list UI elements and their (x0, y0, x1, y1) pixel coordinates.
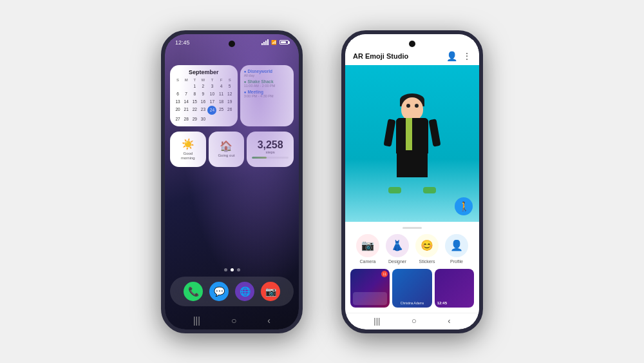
good-morning-widget[interactable]: ☀️ Goodmorning (170, 132, 206, 167)
camera-menu-icon: 📷 (356, 234, 379, 257)
avatar-figure (383, 93, 441, 193)
avatar-pants (397, 150, 428, 177)
right-phone-screen: AR Emoji Studio 👤 ⋮ (345, 34, 479, 329)
nav-back-button-right[interactable]: ‹ (448, 316, 450, 326)
left-phone-screen: 12:45 📶 September S M T W T (165, 34, 299, 329)
avatar-eye (406, 104, 410, 108)
sun-icon: ☀️ (182, 138, 194, 150)
sticker-row: 11 Christina Adams 12:45 (345, 269, 479, 310)
sticker-badge: 11 (381, 271, 388, 277)
drag-handle (402, 227, 422, 229)
walk-mode-button[interactable]: 🚶 (455, 197, 473, 215)
ar-bottom-panel: 📷 Camera 👗 Designer 😊 Stickers 👤 Profile (345, 222, 479, 313)
home-icon: 🏠 (220, 140, 232, 152)
avatar-arm-right (428, 119, 440, 146)
sticker-person-name: Christina Adams (395, 301, 429, 305)
avatar-jacket (396, 118, 428, 153)
avatar-shoe-right (423, 187, 436, 193)
ar-menu-camera[interactable]: 📷 Camera (356, 234, 379, 264)
sticker-thumb-2[interactable]: Christina Adams (392, 269, 431, 308)
steps-widget[interactable]: 3,258 steps (247, 132, 294, 167)
nav-home-button[interactable]: ○ (231, 315, 236, 326)
wallpaper-space (165, 170, 299, 268)
steps-bar-fill (252, 157, 267, 159)
ar-app-title: AR Emoji Studio (353, 52, 408, 60)
ar-menu-designer[interactable]: 👗 Designer (386, 234, 409, 264)
sticker-thumb-1[interactable]: 11 (350, 269, 390, 308)
app-dock: 📞 💬 🌐 📷 (170, 277, 294, 306)
ar-menu-icons: 📷 Camera 👗 Designer 😊 Stickers 👤 Profile (345, 234, 479, 264)
navigation-bar: ||| ○ ‹ (165, 311, 299, 329)
avatar-eye (415, 104, 419, 108)
calendar-month: September (174, 69, 234, 75)
event-item: ● Disneyworld All day (244, 69, 290, 77)
wifi-icon: 📶 (271, 40, 277, 45)
messages-app-icon[interactable]: 💬 (209, 282, 229, 301)
avatar-shoe-left (388, 187, 401, 193)
steps-count: 3,258 (258, 140, 283, 150)
event-item: ● Shake Shack 11:00 AM - 2:00 PM (244, 79, 290, 88)
today-date: 24 (207, 106, 216, 115)
nav-recent-button[interactable]: ||| (193, 315, 200, 326)
page-dot (237, 268, 240, 271)
avatar-arm-left (383, 119, 395, 146)
phone-app-icon[interactable]: 📞 (184, 282, 203, 301)
going-out-label: Going out (218, 153, 234, 158)
widgets-row: ☀️ Goodmorning 🏠 Going out 3,258 steps (170, 132, 294, 167)
sticker-time: 12:45 (437, 301, 447, 305)
status-time: 12:45 (175, 39, 190, 46)
stickers-menu-icon: 😊 (415, 234, 439, 257)
front-camera-right (409, 41, 415, 47)
calendar-widget[interactable]: September S M T W T F S 1 2 3 4 5 (170, 65, 238, 126)
ar-person-icon[interactable]: 👤 (446, 51, 457, 61)
events-widget[interactable]: ● Disneyworld All day ● Shake Shack 11:0… (240, 65, 294, 126)
ar-top-bar: AR Emoji Studio 👤 ⋮ (345, 34, 479, 65)
going-out-widget[interactable]: 🏠 Going out (209, 132, 245, 167)
signal-icon (261, 39, 269, 45)
ar-menu-profile[interactable]: 👤 Profile (445, 234, 468, 264)
calendar-events-row: September S M T W T F S 1 2 3 4 5 (170, 65, 294, 126)
steps-progress-bar (252, 157, 289, 159)
ar-top-actions: 👤 ⋮ (446, 51, 471, 61)
nav-back-button[interactable]: ‹ (267, 315, 270, 326)
designer-menu-icon: 👗 (386, 234, 409, 257)
left-phone: 12:45 📶 September S M T W T (161, 30, 303, 333)
navigation-bar-right: ||| ○ ‹ (345, 313, 479, 329)
ar-avatar-area: 🚶 (345, 65, 479, 222)
camera-app-icon[interactable]: 📷 (261, 282, 280, 301)
ar-menu-stickers[interactable]: 😊 Stickers (415, 234, 439, 264)
front-camera (229, 41, 235, 47)
nav-home-button-right[interactable]: ○ (412, 316, 417, 326)
avatar-jacket-detail (396, 118, 428, 153)
browser-app-icon[interactable]: 🌐 (235, 282, 254, 301)
page-dot (224, 268, 227, 271)
page-dots (165, 268, 299, 271)
profile-menu-icon: 👤 (445, 234, 468, 257)
ar-more-icon[interactable]: ⋮ (462, 51, 471, 61)
page-dot-active (231, 268, 234, 271)
event-item: ● Meeting 3:00 PM - 4:30 PM (244, 90, 290, 98)
avatar-head (401, 97, 423, 121)
nav-recent-button-right[interactable]: ||| (374, 316, 380, 326)
battery-icon (279, 40, 289, 44)
sticker-thumb-3[interactable]: 12:45 (435, 269, 474, 308)
calendar-grid: S M T W T F S 1 2 3 4 5 6 (174, 78, 234, 123)
right-phone: AR Emoji Studio 👤 ⋮ (341, 30, 483, 333)
